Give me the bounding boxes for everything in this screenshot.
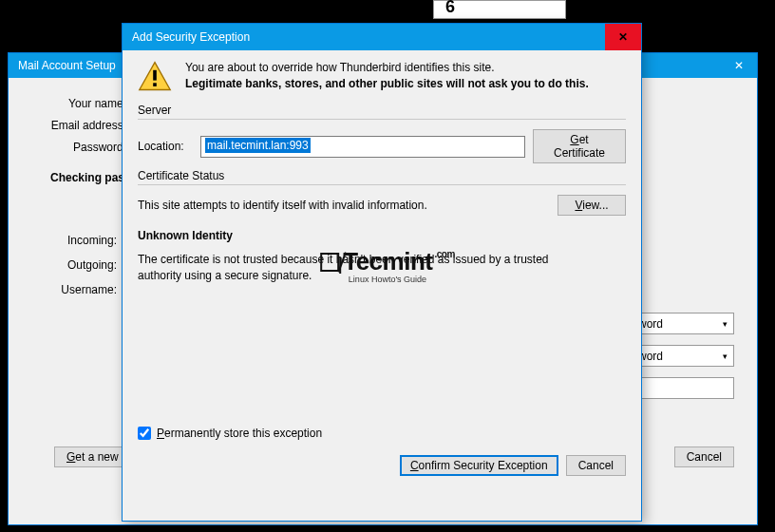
view-certificate-button[interactable]: View...: [558, 195, 626, 216]
unknown-identity-heading: Unknown Identity: [138, 229, 626, 242]
name-label: Your name:: [31, 97, 126, 110]
close-icon[interactable]: ✕: [721, 54, 757, 77]
permanent-store-label[interactable]: Permanently store this exception: [157, 427, 322, 440]
username-label: Username:: [31, 283, 117, 296]
security-exception-title: Add Security Exception: [132, 30, 250, 44]
svg-rect-1: [153, 70, 157, 81]
location-input[interactable]: mail.tecmint.lan:993: [200, 136, 525, 158]
incoming-label: Incoming:: [31, 234, 117, 247]
chevron-down-icon: ▾: [723, 352, 728, 361]
cancel-button[interactable]: Cancel: [674, 446, 734, 467]
date-number: 6: [445, 0, 455, 17]
email-label: Email address:: [31, 119, 126, 132]
close-icon[interactable]: ✕: [605, 24, 641, 50]
get-certificate-button[interactable]: Get Certificate: [533, 129, 626, 163]
warn-line-2: Legitimate banks, stores, and other publ…: [185, 76, 589, 92]
warn-line-1: You are about to override how Thunderbir…: [185, 60, 589, 76]
location-value: mail.tecmint.lan:993: [205, 138, 311, 153]
confirm-security-exception-button[interactable]: Confirm Security Exception: [400, 455, 558, 476]
password-label: Password:: [31, 141, 126, 154]
security-exception-window: Add Security Exception ✕ You are about t…: [122, 23, 642, 522]
cert-status-label: Certificate Status: [138, 169, 626, 182]
background-calendar-fragment: 6: [433, 0, 566, 19]
svg-rect-2: [153, 83, 157, 86]
cert-status-text: This site attempts to identify itself wi…: [138, 199, 427, 212]
cancel-button[interactable]: Cancel: [566, 455, 626, 476]
server-section-label: Server: [138, 104, 626, 117]
cert-description: The certificate is not trusted because i…: [138, 252, 575, 284]
outgoing-label: Outgoing:: [31, 258, 117, 272]
chevron-down-icon: ▾: [723, 319, 728, 329]
security-exception-titlebar: Add Security Exception ✕: [123, 24, 641, 50]
location-label: Location:: [138, 140, 193, 153]
warning-icon: [138, 60, 172, 94]
mail-setup-title: Mail Account Setup: [18, 59, 116, 72]
warning-text: You are about to override how Thunderbir…: [185, 60, 589, 92]
permanent-store-checkbox[interactable]: [138, 427, 151, 440]
